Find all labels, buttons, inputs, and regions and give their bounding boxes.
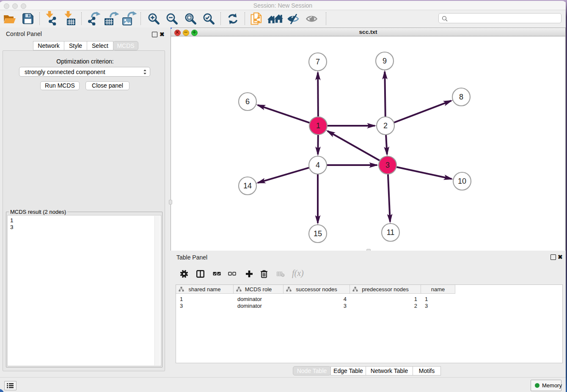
svg-text:11: 11 bbox=[387, 228, 395, 237]
svg-text:7: 7 bbox=[316, 58, 320, 66]
svg-text:3: 3 bbox=[385, 161, 390, 169]
svg-text:2: 2 bbox=[383, 121, 388, 130]
svg-text:6: 6 bbox=[245, 97, 250, 106]
svg-text:10: 10 bbox=[458, 177, 466, 185]
svg-text:14: 14 bbox=[243, 182, 252, 190]
svg-text:9: 9 bbox=[383, 57, 387, 65]
svg-text:15: 15 bbox=[314, 229, 322, 238]
svg-text:1: 1 bbox=[316, 121, 320, 130]
svg-text:4: 4 bbox=[316, 161, 320, 169]
svg-text:8: 8 bbox=[459, 93, 463, 101]
